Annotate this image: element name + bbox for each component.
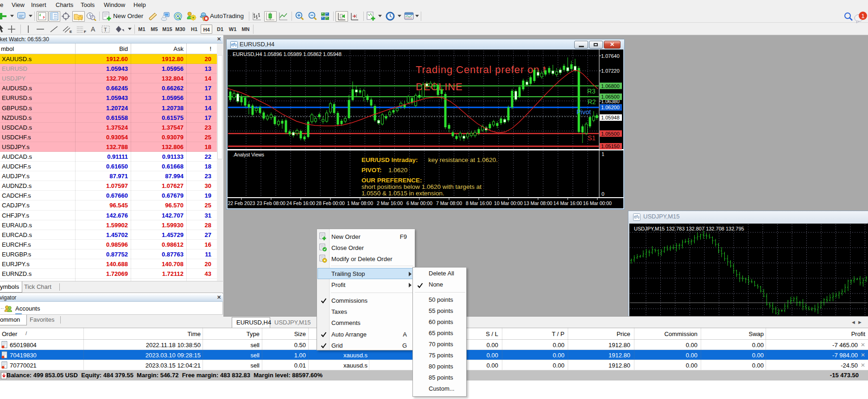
svg-text:8 Mar 16:00: 8 Mar 16:00 [466, 200, 492, 206]
svg-text:PIVOT:: PIVOT: [361, 167, 382, 174]
svg-text:Trading Central prefer on t: Trading Central prefer on t [416, 64, 546, 75]
svg-text:short positions below 1.0620 w: short positions below 1.0620 with target… [361, 183, 482, 190]
svg-text:7 Mar 08:00: 7 Mar 08:00 [436, 200, 462, 206]
svg-text:F: F [84, 30, 86, 33]
svg-text:14 Mar 16:00: 14 Mar 16:00 [553, 200, 582, 206]
svg-text:1.0550 & 1.0515 in extension.: 1.0550 & 1.0515 in extension. [361, 190, 444, 197]
svg-text:1.06500: 1.06500 [601, 94, 620, 100]
svg-text:1.07640: 1.07640 [601, 53, 620, 59]
svg-text:E: E [70, 30, 72, 33]
svg-text:1: 1 [602, 151, 604, 157]
svg-text:1.06800: 1.06800 [601, 83, 620, 89]
svg-text:Pivot: Pivot [577, 108, 591, 116]
svg-text:16 Mar 00:00: 16 Mar 00:00 [583, 200, 612, 206]
svg-text:1: 1 [861, 12, 864, 19]
svg-text:.Analyst Views: .Analyst Views [233, 152, 264, 157]
svg-text:1 Mar 08:00: 1 Mar 08:00 [347, 200, 373, 206]
svg-text:EUR/USD Intraday:: EUR/USD Intraday: [361, 156, 418, 163]
svg-text:2 Mar 16:00: 2 Mar 16:00 [377, 200, 403, 206]
svg-text:6 Mar 00:00: 6 Mar 00:00 [406, 200, 432, 206]
svg-text:24 Feb 16:00: 24 Feb 16:00 [286, 200, 315, 206]
svg-text:1.05150: 1.05150 [601, 143, 620, 149]
svg-text:1.05500: 1.05500 [601, 131, 620, 137]
svg-text:22 Feb 2023: 22 Feb 2023 [228, 200, 255, 206]
svg-text:R3: R3 [587, 87, 596, 95]
svg-text:0: 0 [602, 191, 604, 197]
svg-text:USDJPY,M15 132.783 132.807 13: USDJPY,M15 132.783 132.807 132.708 132.7… [634, 226, 744, 231]
svg-text:S1: S1 [588, 134, 596, 142]
svg-text:1.05948: 1.05948 [601, 115, 620, 120]
svg-text:EURUSD,H4 1.05896 1.05989 1.0: EURUSD,H4 1.05896 1.05989 1.05862 1.0594… [233, 51, 342, 57]
svg-text:R2: R2 [588, 98, 596, 106]
svg-text:10 Mar 00:00: 10 Mar 00:00 [494, 200, 523, 206]
svg-text:T: T [104, 27, 107, 32]
svg-text:13 Mar 08:00: 13 Mar 08:00 [524, 200, 552, 206]
svg-text:1.0620: 1.0620 [388, 167, 407, 174]
svg-text:OUR PREFERENCE:: OUR PREFERENCE: [361, 177, 422, 184]
svg-text:1.07220: 1.07220 [601, 68, 620, 74]
svg-text:23 Feb 08:00: 23 Feb 08:00 [257, 200, 285, 206]
svg-text:28 Feb 00:00: 28 Feb 00:00 [316, 200, 345, 206]
svg-text:1.06200: 1.06200 [601, 105, 620, 110]
svg-text:key resistance at 1.0620.: key resistance at 1.0620. [428, 156, 498, 163]
